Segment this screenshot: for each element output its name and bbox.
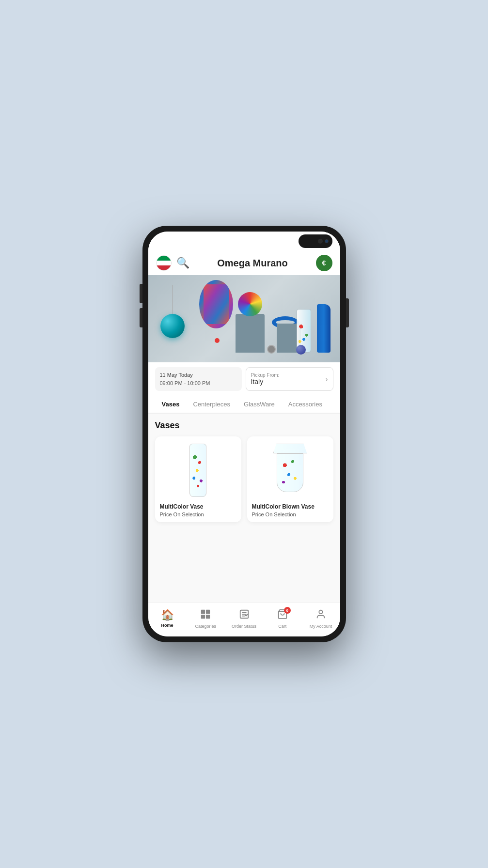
- nav-cart[interactable]: 0 Cart: [263, 607, 301, 631]
- search-button[interactable]: 🔍: [176, 257, 189, 269]
- tab-vases[interactable]: Vases: [155, 396, 187, 413]
- info-bar: 11 May Today 09:00 PM - 10:00 PM Pickup …: [148, 362, 340, 396]
- volume-down-button[interactable]: [140, 308, 142, 327]
- product-image-2: [252, 441, 329, 499]
- nav-order-status-label: Order Status: [232, 624, 256, 629]
- pickup-label: Pickup From:: [251, 372, 280, 378]
- date-line1: 11 May Today: [160, 371, 237, 379]
- phone-frame: 🔍 Omega Murano €: [142, 226, 346, 642]
- order-status-icon: [239, 609, 250, 622]
- nav-categories[interactable]: Categories: [187, 607, 225, 631]
- pickup-chevron-icon: ›: [326, 375, 328, 383]
- category-tabs: Vases Centerpieces GlassWare Accessories: [148, 396, 340, 414]
- camera-sensor: [318, 239, 323, 244]
- beaded-necklace-display: [199, 280, 236, 343]
- product-name-1: MultiColor Vase: [160, 503, 236, 510]
- section-title: Vases: [155, 420, 333, 431]
- pendant-necklace-display: [158, 285, 187, 353]
- italy-flag-icon[interactable]: [156, 255, 172, 271]
- pedestal-1: [236, 314, 265, 353]
- svg-rect-2: [201, 615, 205, 619]
- svg-rect-3: [206, 615, 210, 619]
- nav-home-label: Home: [161, 623, 173, 628]
- nav-account-label: My Account: [310, 624, 332, 629]
- account-nav-icon: [315, 609, 326, 622]
- nav-categories-label: Categories: [195, 624, 217, 629]
- pickup-value: Italy: [251, 378, 280, 386]
- status-bar: [148, 232, 340, 251]
- phone-screen: 🔍 Omega Murano €: [148, 232, 340, 636]
- cart-badge: 0: [284, 607, 291, 614]
- blue-vase-display: [317, 304, 331, 353]
- svg-point-9: [319, 610, 322, 614]
- ring-display: [267, 345, 276, 354]
- products-grid: MultiColor Vase Price On Selection Multi…: [155, 436, 333, 522]
- bottom-navigation: 🏠 Home Categories: [148, 603, 340, 636]
- nav-cart-label: Cart: [278, 624, 286, 629]
- tab-accessories[interactable]: Accessories: [282, 396, 329, 413]
- header: 🔍 Omega Murano €: [148, 251, 340, 275]
- murano-disc: [238, 292, 262, 316]
- tab-centerpieces[interactable]: Centerpieces: [186, 396, 237, 413]
- volume-up-button[interactable]: [140, 284, 142, 303]
- nav-order-status[interactable]: Order Status: [225, 607, 263, 631]
- nav-my-account[interactable]: My Account: [301, 607, 340, 631]
- time-range: 09:00 PM - 10:00 PM: [160, 379, 237, 388]
- camera-lens: [325, 239, 329, 243]
- vase-1-image: [189, 444, 206, 497]
- tab-glassware[interactable]: GlassWare: [237, 396, 282, 413]
- hero-banner: [148, 275, 340, 362]
- svg-rect-0: [201, 610, 205, 614]
- product-card-2[interactable]: MultiColor Blown Vase Price On Selection: [247, 436, 333, 522]
- product-card-1[interactable]: MultiColor Vase Price On Selection: [155, 436, 241, 522]
- app-title: Omega Murano: [189, 258, 316, 269]
- date-time-box: 11 May Today 09:00 PM - 10:00 PM: [155, 367, 242, 391]
- product-price-1: Price On Selection: [160, 512, 236, 517]
- account-button[interactable]: €: [316, 255, 332, 271]
- camera-pill: [299, 234, 332, 248]
- product-image-1: [160, 441, 236, 499]
- nav-home[interactable]: 🏠 Home: [148, 607, 187, 631]
- vase-2-image: [273, 444, 307, 497]
- bead-display: [296, 345, 306, 355]
- categories-icon: [200, 609, 211, 622]
- product-name-2: MultiColor Blown Vase: [252, 503, 329, 510]
- home-icon: 🏠: [161, 609, 174, 621]
- svg-rect-1: [206, 610, 210, 614]
- power-button[interactable]: [346, 298, 349, 327]
- main-content: Vases MultiColor Vase Price On Selection: [148, 414, 340, 603]
- product-price-2: Price On Selection: [252, 512, 329, 517]
- pickup-selector[interactable]: Pickup From: Italy ›: [246, 367, 333, 391]
